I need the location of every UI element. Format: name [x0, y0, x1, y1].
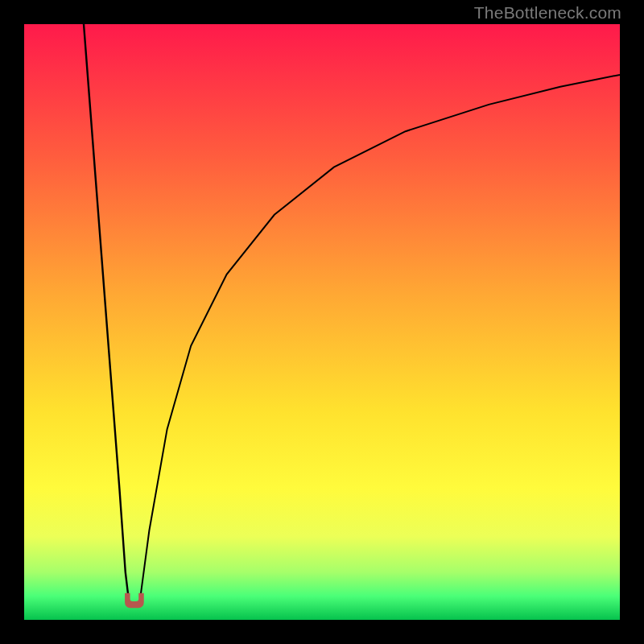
plot-area: [24, 24, 620, 620]
chart-svg: [24, 24, 620, 620]
chart-frame: TheBottleneck.com: [0, 0, 644, 644]
gradient-background: [24, 24, 620, 620]
attribution-text: TheBottleneck.com: [474, 3, 621, 23]
